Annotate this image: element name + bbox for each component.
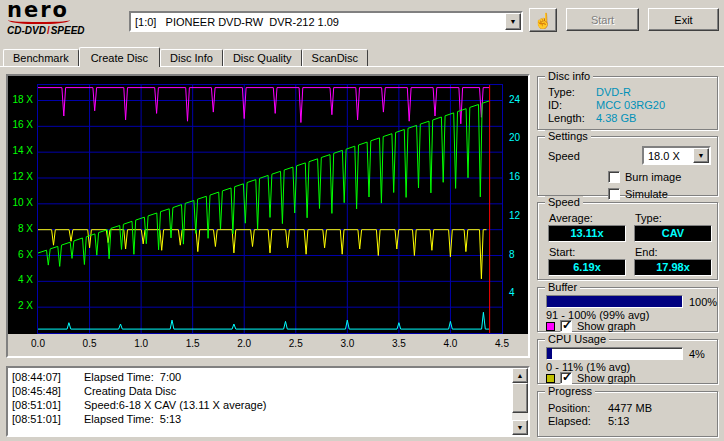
cpu-graph-color-swatch [546,374,555,383]
disc-info-row: ID:MCC 03RG20 [538,99,717,112]
x-axis-label: 3.0 [335,338,359,349]
buffer-show-graph-checkbox[interactable] [560,320,572,332]
speed-chart: 2 X4 X6 X8 X10 X12 X14 X16 X18 X 4812162… [6,74,530,358]
log-message: Elapsed Time: 5:13 [84,412,181,426]
y-axis-left-label: 8 X [18,224,33,234]
x-axis-label: 0.5 [78,338,102,349]
log-message: Elapsed Time: 7:00 [84,370,181,384]
type-label: Type: [635,212,662,224]
dropdown-arrow-icon[interactable]: ▼ [693,148,709,163]
disc-info-rows: Type:DVD-RID:MCC 03RG20Length:4.38 GB [538,77,717,125]
checkbox-box[interactable] [608,188,620,200]
progress-rows: Position: 4477 MB Elapsed: 5:13 [538,392,717,428]
checkbox-label: Simulate [625,188,668,200]
buffer-show-graph[interactable]: Show graph [546,320,636,332]
disc-info-value: DVD-R [596,86,631,99]
x-axis-label: 2.5 [284,338,308,349]
position-label: Position: [548,402,608,415]
chart-canvas [38,85,502,333]
elapsed-value: 5:13 [608,415,629,428]
checkbox-box[interactable] [608,171,620,183]
x-axis-label: 1.0 [129,338,153,349]
tab-disc-info[interactable]: Disc Info [160,49,223,66]
average-speed-value: 13.11x [548,225,626,242]
buffer-group: Buffer 100% 91 - 100% (99% avg) Show gra… [537,287,718,332]
tab-create-disc[interactable]: Create Disc [79,47,160,67]
logo-text: nero [7,1,125,20]
disc-info-group: Disc info Type:DVD-RID:MCC 03RG20Length:… [537,76,718,130]
speed-select-label: Speed [548,150,580,162]
x-axis: 0.00.51.01.52.02.53.03.54.04.5 [8,334,528,356]
log-timestamp: [08:51:01] [12,412,84,426]
scrollbar-thumb[interactable] [512,383,528,413]
buffer-progress-bar [546,295,683,308]
cpu-progress-fill [547,348,552,359]
buffer-percent: 100% [689,296,717,308]
disc-info-label: Length: [548,112,596,125]
select-button[interactable]: ☝ [529,8,557,32]
disc-info-value: 4.38 GB [596,112,636,125]
y-axis-right-label: 20 [509,133,520,143]
log-message: Speed:6-18 X CAV (13.11 X average) [84,398,266,412]
settings-checkboxes: Burn imageSimulate [538,166,717,200]
series-cpu [38,312,490,329]
scroll-up-button[interactable]: ▲ [512,368,528,383]
checkbox-label: Burn image [625,171,681,183]
y-axis-right-label: 24 [509,95,520,105]
log-panel: [08:44:07]Elapsed Time: 7:00[08:45:48]Cr… [6,366,530,437]
end-speed-label: End: [635,246,658,258]
exit-button[interactable]: Exit [648,8,719,31]
buffer-progress-fill [547,296,682,307]
scroll-down-button[interactable]: ▼ [512,420,528,435]
y-axis-right-label: 8 [509,250,515,260]
log-timestamp: [08:44:07] [12,370,84,384]
end-speed-value: 17.98x [634,259,712,276]
checkbox-simulate[interactable]: Simulate [608,187,717,200]
checkbox-burn-image[interactable]: Burn image [608,170,717,183]
settings-title: Settings [545,130,591,142]
start-speed-label: Start: [549,246,575,258]
disc-info-label: ID: [548,99,596,112]
disc-info-title: Disc info [545,70,593,82]
progress-group: Progress Position: 4477 MB Elapsed: 5:13 [537,391,718,437]
x-axis-label: 1.5 [181,338,205,349]
elapsed-label: Elapsed: [548,415,608,428]
cpu-show-graph[interactable]: Show graph [546,372,636,384]
settings-group: Settings Speed 18.0 X ▼ Burn imageSimula… [537,136,718,196]
buffer-graph-color-swatch [546,322,555,331]
hand-icon: ☝ [534,13,553,28]
cpu-show-graph-label: Show graph [577,372,636,384]
nero-cd-dvd-speed-window: nero CD-DVD/SPEED [1:0] PIONEER DVD-RW D… [0,0,724,441]
logo-subtext: CD-DVD/SPEED [7,25,125,36]
speed-select[interactable]: 18.0 X ▼ [642,146,711,165]
log-message: Creating Data Disc [84,384,176,398]
buffer-show-graph-label: Show graph [577,320,636,332]
average-label: Average: [549,212,593,224]
dropdown-arrow-icon[interactable]: ▼ [505,13,521,30]
progress-title: Progress [545,385,595,397]
disc-info-row: Length:4.38 GB [538,112,717,125]
tab-benchmark[interactable]: Benchmark [3,49,79,66]
y-axis-left: 2 X4 X6 X8 X10 X12 X14 X16 X18 X [8,84,35,334]
tab-scandisc[interactable]: ScanDisc [302,49,368,66]
position-value: 4477 MB [608,402,652,415]
y-axis-left-label: 12 X [12,172,33,182]
y-axis-left-label: 14 X [12,146,33,156]
disc-info-value: MCC 03RG20 [596,99,665,112]
progress-elapsed-row: Elapsed: 5:13 [538,415,717,428]
log-lines: [08:44:07]Elapsed Time: 7:00[08:45:48]Cr… [12,370,508,426]
y-axis-left-label: 18 X [12,95,33,105]
cpu-progress-bar [546,347,683,360]
x-axis-label: 4.0 [438,338,462,349]
start-button[interactable]: Start [566,8,639,31]
cpu-show-graph-checkbox[interactable] [560,372,572,384]
exit-button-label: Exit [674,14,692,26]
speed-group: Speed Average: Type: 13.11x CAV Start: E… [537,202,718,280]
y-axis-left-label: 4 X [18,275,33,285]
speed-type-value: CAV [634,225,712,242]
logo-sub-cd-dvd: CD-DVD [7,25,46,36]
device-selector[interactable]: [1:0] PIONEER DVD-RW DVR-212 1.09 ▼ [129,11,523,32]
tab-disc-quality[interactable]: Disc Quality [223,49,302,66]
nero-logo: nero CD-DVD/SPEED [7,1,125,37]
log-scrollbar[interactable]: ▲ ▼ [512,368,528,435]
